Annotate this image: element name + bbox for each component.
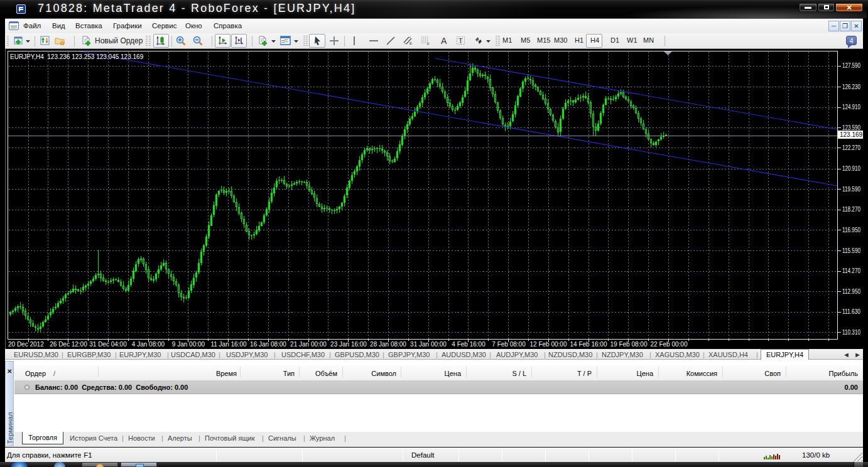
svg-text:T: T xyxy=(458,37,463,45)
svg-text:23 Jan 16:00: 23 Jan 16:00 xyxy=(330,341,367,348)
svg-text:EURJPY,H4 123.236 123.253 123: EURJPY,H4 123.236 123.253 123.045 123.16… xyxy=(10,53,144,60)
svg-text:31 Jan 00:00: 31 Jan 00:00 xyxy=(410,341,447,348)
svg-text:21 Jan 00:00: 21 Jan 00:00 xyxy=(290,341,327,348)
svg-text:9 Jan 00:00: 9 Jan 00:00 xyxy=(172,341,205,348)
svg-text:123.590: 123.590 xyxy=(842,124,860,131)
svg-text:116.950: 116.950 xyxy=(842,227,860,234)
svg-text:127.590: 127.590 xyxy=(842,62,860,69)
svg-text:16 Jan 08:00: 16 Jan 08:00 xyxy=(250,341,286,348)
svg-text:118.270: 118.270 xyxy=(842,206,860,213)
svg-text:19 Feb 08:00: 19 Feb 08:00 xyxy=(610,341,648,348)
svg-text:22 Feb 00:00: 22 Feb 00:00 xyxy=(651,341,688,348)
svg-text:123.169: 123.169 xyxy=(840,131,863,138)
svg-text:14 Feb 16:00: 14 Feb 16:00 xyxy=(570,341,607,348)
svg-text:110.310: 110.310 xyxy=(842,329,860,336)
svg-text:119.590: 119.590 xyxy=(842,186,860,193)
svg-text:E: E xyxy=(410,41,412,45)
svg-text:28 Jan 08:00: 28 Jan 08:00 xyxy=(370,341,406,348)
svg-text:115.590: 115.590 xyxy=(842,247,860,254)
svg-text:120.910: 120.910 xyxy=(842,165,860,172)
svg-text:112.950: 112.950 xyxy=(842,288,860,295)
svg-text:126.230: 126.230 xyxy=(842,83,860,90)
svg-text:20 Dec 2012: 20 Dec 2012 xyxy=(8,341,44,348)
svg-text:4 Jan 08:00: 4 Jan 08:00 xyxy=(132,341,165,348)
svg-text:12 Feb 00:00: 12 Feb 00:00 xyxy=(530,341,567,348)
svg-text:7 Feb 08:00: 7 Feb 08:00 xyxy=(492,341,526,348)
svg-text:124.910: 124.910 xyxy=(842,104,860,110)
svg-text:111.630: 111.630 xyxy=(842,308,860,315)
svg-text:114.270: 114.270 xyxy=(842,267,860,274)
svg-text:F: F xyxy=(427,42,430,46)
svg-text:11 Jan 16:00: 11 Jan 16:00 xyxy=(210,341,247,348)
svg-text:122.270: 122.270 xyxy=(842,144,860,151)
svg-text:4 Feb 16:00: 4 Feb 16:00 xyxy=(452,341,486,348)
svg-text:26 Dec 12:00: 26 Dec 12:00 xyxy=(50,341,87,348)
svg-text:31 Dec 04:00: 31 Dec 04:00 xyxy=(89,341,127,348)
svg-text:A: A xyxy=(441,36,447,46)
